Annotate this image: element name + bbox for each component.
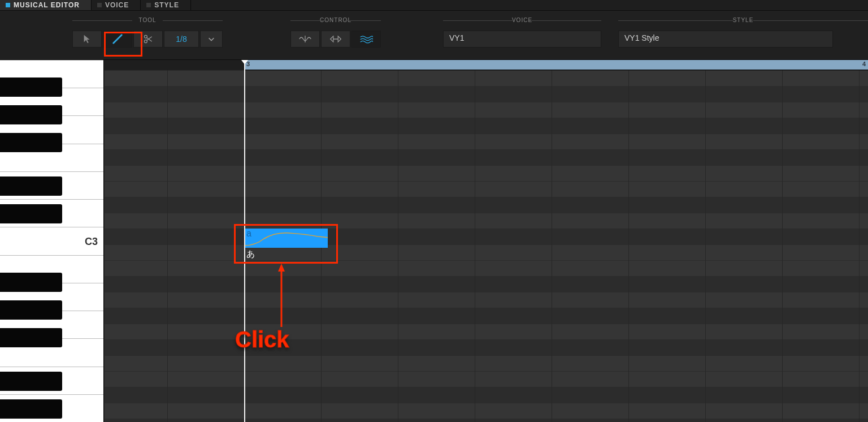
grid-row[interactable]	[104, 339, 868, 355]
grid-row[interactable]	[104, 229, 868, 244]
editor-body: C3 3 4 a あ	[0, 60, 868, 422]
grid-vertical-line	[167, 70, 168, 422]
grid-row[interactable]	[104, 118, 868, 134]
voice-select[interactable]: VY1	[443, 31, 601, 48]
tab-label: MUSICAL EDITOR	[14, 1, 80, 9]
grid-row[interactable]	[104, 134, 868, 149]
black-key[interactable]	[0, 399, 62, 419]
bar-ruler[interactable]: 3 4	[244, 60, 868, 70]
grid-row[interactable]	[104, 260, 868, 276]
group-title: CONTROL	[290, 17, 381, 23]
grid-row[interactable]	[104, 403, 868, 419]
vibrato-control-button[interactable]	[351, 31, 381, 48]
black-key[interactable]	[0, 300, 62, 320]
black-key[interactable]	[0, 372, 62, 391]
bar-number: 4	[862, 61, 866, 67]
tab-style[interactable]: STYLE	[141, 0, 191, 10]
grid-row[interactable]	[104, 308, 868, 324]
pitch-control-button[interactable]	[290, 31, 320, 48]
grid-row[interactable]	[104, 276, 868, 292]
grid-row[interactable]	[104, 102, 868, 118]
grid-row[interactable]	[104, 213, 868, 229]
pencil-tool-button[interactable]	[103, 31, 132, 48]
dynamics-icon	[329, 34, 342, 44]
black-key[interactable]	[0, 273, 62, 292]
key-label-c3: C3	[85, 235, 98, 247]
grid-row[interactable]	[104, 387, 868, 403]
style-value: VY1 Style	[624, 33, 659, 42]
pencil-icon	[111, 33, 124, 45]
note-lyric[interactable]: あ	[246, 249, 255, 260]
vibrato-icon	[359, 35, 373, 44]
grid-vertical-line	[552, 70, 552, 422]
group-tool: TOOL 1/8	[72, 23, 223, 48]
group-style: STYLE VY1 Style	[618, 23, 868, 48]
voice-value: VY1	[449, 33, 464, 42]
tab-label: VOICE	[105, 1, 129, 9]
grid-vertical-line	[859, 70, 860, 422]
pointer-tool-button[interactable]	[72, 31, 102, 48]
pitch-wave-icon	[298, 34, 312, 44]
black-key[interactable]	[0, 105, 62, 124]
quantize-dropdown-button[interactable]	[200, 31, 223, 48]
grid-vertical-line	[398, 70, 398, 422]
scissors-icon	[142, 33, 154, 45]
grid-row[interactable]	[104, 181, 868, 197]
scissors-tool-button[interactable]	[133, 31, 163, 48]
tab-label: STYLE	[154, 1, 179, 9]
group-title: VOICE	[443, 17, 601, 23]
dynamics-control-button[interactable]	[321, 31, 350, 48]
tab-indicator	[97, 3, 102, 7]
group-voice: VOICE VY1	[443, 23, 601, 48]
grid-row[interactable]	[104, 70, 868, 86]
pointer-icon	[82, 34, 92, 44]
grid-vertical-line	[782, 70, 783, 422]
grid-row[interactable]	[104, 292, 868, 308]
note-block[interactable]: a	[244, 229, 328, 248]
chevron-down-icon	[207, 35, 215, 43]
piano-keyboard[interactable]: C3	[0, 60, 104, 422]
group-title: STYLE	[618, 17, 868, 23]
pitch-curve	[244, 229, 328, 248]
style-select[interactable]: VY1 Style	[618, 31, 833, 48]
playhead[interactable]	[244, 60, 245, 422]
tab-active-indicator	[6, 3, 10, 7]
grid-row[interactable]	[104, 197, 868, 213]
grid-row[interactable]	[104, 324, 868, 339]
note-grid-wrapper: 3 4 a あ Click	[104, 60, 868, 422]
grid-vertical-line	[475, 70, 475, 422]
black-key[interactable]	[0, 133, 62, 152]
grid-vertical-line	[628, 70, 629, 422]
grid-vertical-line	[705, 70, 706, 422]
black-key[interactable]	[0, 77, 62, 97]
tab-indicator	[146, 3, 151, 7]
white-key-c3[interactable]: C3	[0, 227, 103, 255]
grid-vertical-line	[104, 70, 105, 422]
grid-row[interactable]	[104, 419, 868, 422]
black-key[interactable]	[0, 328, 62, 347]
grid-row[interactable]	[104, 86, 868, 102]
grid-row[interactable]	[104, 355, 868, 371]
group-title: TOOL	[72, 17, 223, 23]
grid-row[interactable]	[104, 244, 868, 260]
grid-row[interactable]	[104, 371, 868, 387]
black-key[interactable]	[0, 204, 62, 223]
black-key[interactable]	[0, 176, 62, 196]
grid-row[interactable]	[104, 165, 868, 181]
tab-voice[interactable]: VOICE	[92, 0, 141, 10]
grid-row[interactable]	[104, 149, 868, 165]
group-control: CONTROL	[290, 23, 381, 48]
note-grid[interactable]	[104, 70, 868, 422]
toolbar: TOOL 1/8 CONTROL	[0, 10, 868, 60]
tab-musical-editor[interactable]: MUSICAL EDITOR	[0, 0, 92, 10]
quantize-value-button[interactable]: 1/8	[164, 31, 199, 48]
quantize-label: 1/8	[176, 35, 186, 44]
view-tabs: MUSICAL EDITOR VOICE STYLE	[0, 0, 868, 10]
